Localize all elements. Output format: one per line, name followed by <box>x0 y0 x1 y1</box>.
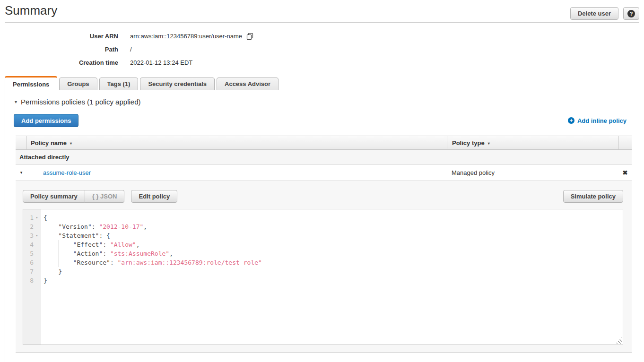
user-arn-row: User ARN arn:aws:iam::123456789:user/use… <box>0 29 253 43</box>
code-line: "Statement": { <box>44 231 623 240</box>
json-view-button[interactable]: { } JSON <box>85 190 125 203</box>
policy-name-link[interactable]: assume-role-user <box>43 169 91 176</box>
code-line: } <box>44 276 623 285</box>
tab-bar: Permissions Groups Tags (1) Security cre… <box>5 76 278 90</box>
tab-tags[interactable]: Tags (1) <box>99 78 139 90</box>
json-editor[interactable]: 1▾2▾3▾4▾5▾6▾7▾8▾ { "Version": "2012-10-1… <box>23 209 623 345</box>
permissions-tab-panel: ▾ Permissions policies (1 policy applied… <box>5 90 640 362</box>
tab-access-advisor[interactable]: Access Advisor <box>217 78 278 90</box>
edit-policy-button[interactable]: Edit policy <box>131 190 177 203</box>
policy-name-column-header[interactable]: Policy name ▾ <box>27 136 447 149</box>
user-arn-value: arn:aws:iam::123456789:user/user-name <box>130 33 242 40</box>
policy-table-row: ▾ assume-role-user Managed policy ✖ <box>16 165 632 181</box>
policy-summary-button[interactable]: Policy summary <box>23 190 85 203</box>
simulate-policy-button[interactable]: Simulate policy <box>563 190 623 203</box>
policy-detail-toolbar: Policy summary { } JSON Edit policy Simu… <box>23 190 623 203</box>
gutter-line: 5▾ <box>23 249 41 258</box>
table-header-row: Policy name ▾ Policy type ▾ <box>16 136 632 150</box>
code-line: "Effect": "Allow", <box>44 240 623 249</box>
policy-actions-row: Add permissions + Add inline policy <box>14 114 627 127</box>
detach-policy-icon[interactable]: ✖ <box>623 169 628 176</box>
gutter-line: 6▾ <box>23 258 41 267</box>
attached-policies-table: Policy name ▾ Policy type ▾ Attached dir… <box>16 136 632 353</box>
help-button[interactable]: ? <box>623 7 639 20</box>
gutter-line: 8▾ <box>23 276 41 285</box>
gutter-line: 7▾ <box>23 267 41 276</box>
header-actions: Delete user ? <box>570 7 639 20</box>
gutter-line: 1▾ <box>23 213 41 222</box>
user-arn-label: User ARN <box>0 33 118 40</box>
plus-icon: + <box>568 117 574 124</box>
row-expand-caret-icon[interactable]: ▾ <box>20 170 23 175</box>
gutter-line: 4▾ <box>23 240 41 249</box>
code-line: "Version": "2012-10-17", <box>44 222 623 231</box>
code-line: "Action": "sts:AssumeRole", <box>44 249 623 258</box>
add-permissions-button[interactable]: Add permissions <box>14 114 78 127</box>
user-info-block: User ARN arn:aws:iam::123456789:user/use… <box>0 29 253 69</box>
permissions-policies-section-toggle[interactable]: ▾ Permissions policies (1 policy applied… <box>15 98 640 106</box>
collapse-caret-icon: ▾ <box>15 99 17 104</box>
question-icon: ? <box>627 10 635 17</box>
policy-detail-panel: Policy summary { } JSON Edit policy Simu… <box>16 181 632 353</box>
path-label: Path <box>0 46 118 53</box>
attached-directly-group-row: Attached directly <box>16 150 632 165</box>
code-line: { <box>44 213 623 222</box>
tab-groups[interactable]: Groups <box>59 78 97 90</box>
path-value: / <box>130 46 132 53</box>
copy-icon[interactable] <box>246 33 253 40</box>
expand-column-header <box>16 136 27 149</box>
add-inline-policy-link[interactable]: + Add inline policy <box>568 117 627 124</box>
policy-type-cell: Managed policy <box>447 165 618 180</box>
editor-code-area[interactable]: { "Version": "2012-10-17", "Statement": … <box>41 209 623 345</box>
gutter-line: 3▾ <box>23 231 41 240</box>
creation-time-row: Creation time 2022-01-12 13:24 EDT <box>0 56 253 69</box>
section-title: Permissions policies (1 policy applied) <box>21 98 140 106</box>
code-line: } <box>44 267 623 276</box>
fold-caret-icon[interactable]: ▾ <box>34 213 40 222</box>
creation-time-label: Creation time <box>0 59 118 66</box>
gutter-line: 2▾ <box>23 222 41 231</box>
page-title: Summary <box>5 3 57 18</box>
sort-arrow-icon: ▾ <box>70 141 72 146</box>
editor-gutter: 1▾2▾3▾4▾5▾6▾7▾8▾ <box>23 209 41 345</box>
delete-user-button[interactable]: Delete user <box>570 7 618 20</box>
policy-type-column-header[interactable]: Policy type ▾ <box>447 136 618 149</box>
fold-caret-icon[interactable]: ▾ <box>34 231 40 240</box>
actions-column-header <box>618 136 632 149</box>
path-row: Path / <box>0 43 253 56</box>
tab-permissions[interactable]: Permissions <box>5 76 57 91</box>
sort-arrow-icon: ▾ <box>488 141 490 146</box>
creation-time-value: 2022-01-12 13:24 EDT <box>130 59 192 66</box>
tab-security-credentials[interactable]: Security credentials <box>140 78 215 90</box>
code-line: "Resource": "arn:aws:iam::123456789:role… <box>44 258 623 267</box>
title-divider <box>5 22 639 23</box>
